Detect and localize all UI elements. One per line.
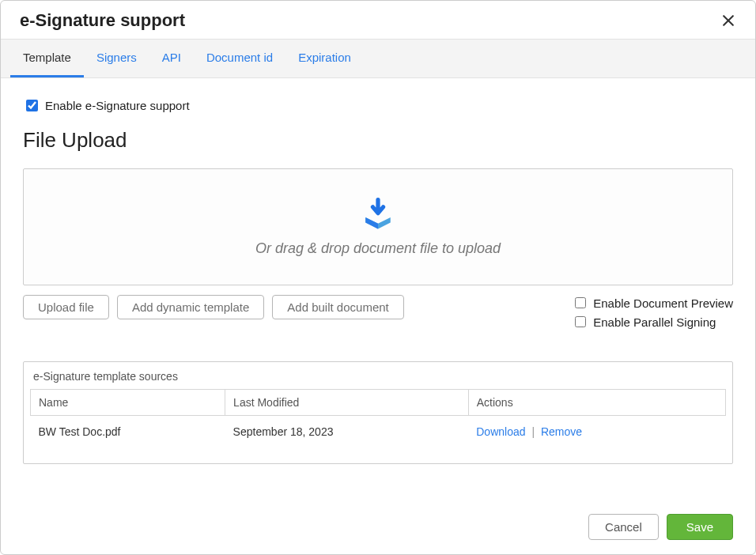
cell-actions: Download | Remove (468, 416, 725, 448)
add-dynamic-template-button[interactable]: Add dynamic template (117, 295, 264, 319)
upload-file-button[interactable]: Upload file (23, 295, 109, 319)
tab-template[interactable]: Template (10, 40, 84, 77)
enable-parallel-signing-checkbox[interactable] (575, 316, 586, 327)
col-last-modified: Last Modified (225, 390, 469, 416)
content-area: Enable e-Signature support File Upload O… (1, 78, 755, 500)
cell-name: BW Test Doc.pdf (31, 416, 225, 448)
col-name: Name (31, 390, 225, 416)
tab-api[interactable]: API (149, 40, 194, 77)
file-dropzone[interactable]: Or drag & drop document file to upload (23, 168, 733, 285)
tab-expiration[interactable]: Expiration (285, 40, 364, 77)
download-link[interactable]: Download (476, 425, 525, 438)
enable-document-preview-row: Enable Document Preview (572, 295, 733, 311)
download-into-box-icon (361, 198, 395, 231)
enable-document-preview-checkbox[interactable] (575, 297, 586, 308)
dialog-title: e-Signature support (20, 10, 185, 31)
dropzone-text: Or drag & drop document file to upload (255, 240, 501, 257)
add-built-document-button[interactable]: Add built document (272, 295, 403, 319)
upload-buttons-group: Upload file Add dynamic template Add bui… (23, 295, 404, 319)
cancel-button[interactable]: Cancel (588, 514, 659, 540)
action-divider: | (531, 425, 535, 438)
cell-last-modified: September 18, 2023 (225, 416, 469, 448)
template-sources-table: Name Last Modified Actions BW Test Doc.p… (30, 389, 726, 447)
upload-options-group: Enable Document Preview Enable Parallel … (572, 295, 733, 330)
file-upload-title: File Upload (23, 128, 733, 153)
remove-link[interactable]: Remove (541, 425, 582, 438)
tabs-bar: Template Signers API Document id Expirat… (1, 39, 755, 78)
enable-esignature-checkbox[interactable] (26, 100, 38, 111)
save-button[interactable]: Save (667, 514, 733, 540)
dialog-header: e-Signature support (1, 1, 755, 39)
enable-esignature-label[interactable]: Enable e-Signature support (45, 99, 190, 112)
enable-parallel-signing-label[interactable]: Enable Parallel Signing (593, 315, 716, 329)
close-icon[interactable] (720, 13, 736, 28)
enable-parallel-signing-row: Enable Parallel Signing (572, 314, 733, 330)
dialog-footer: Cancel Save (1, 500, 755, 554)
template-sources-title: e-Signature template sources (24, 362, 732, 389)
tab-document-id[interactable]: Document id (194, 40, 285, 77)
table-header-row: Name Last Modified Actions (31, 390, 726, 416)
enable-esignature-row: Enable e-Signature support (23, 97, 733, 114)
template-sources-panel: e-Signature template sources Name Last M… (23, 361, 733, 464)
table-row: BW Test Doc.pdf September 18, 2023 Downl… (31, 416, 726, 448)
esignature-dialog: e-Signature support Template Signers API… (0, 0, 756, 555)
col-actions: Actions (468, 390, 725, 416)
tab-signers[interactable]: Signers (84, 40, 149, 77)
enable-document-preview-label[interactable]: Enable Document Preview (593, 296, 733, 310)
upload-controls-row: Upload file Add dynamic template Add bui… (23, 295, 733, 330)
